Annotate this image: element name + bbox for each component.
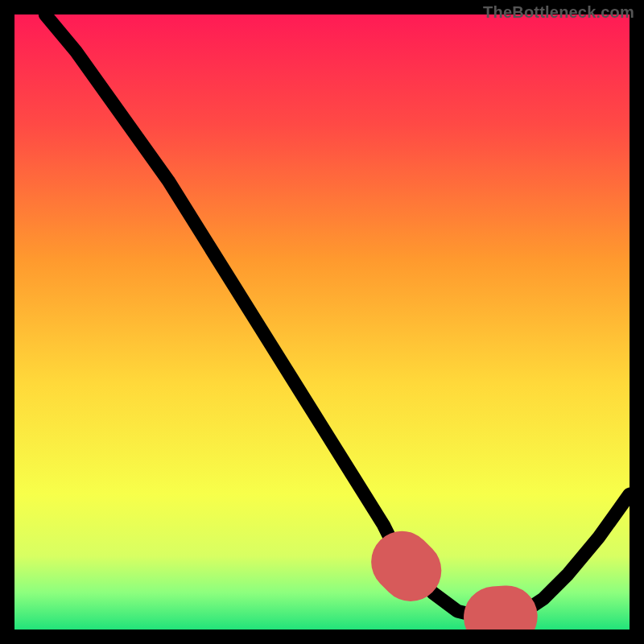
gradient-background — [14, 14, 630, 630]
watermark-text: TheBottleneck.com — [483, 3, 634, 22]
plot-area — [14, 14, 630, 630]
chart-frame: TheBottleneck.com — [0, 0, 644, 644]
bottleneck-chart — [14, 14, 630, 630]
